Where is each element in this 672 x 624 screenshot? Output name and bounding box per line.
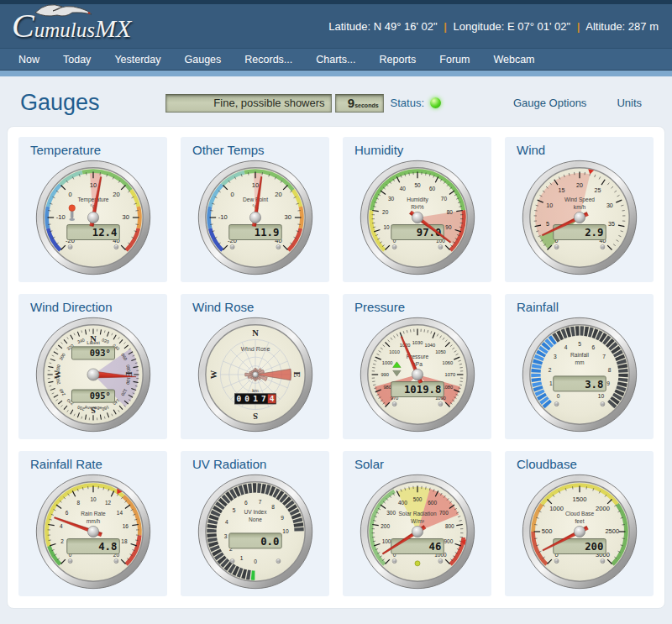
svg-text:0: 0 bbox=[68, 191, 71, 198]
svg-text:300: 300 bbox=[386, 510, 396, 516]
svg-text:7: 7 bbox=[602, 354, 606, 359]
gauge-tile-uv: UV Radiation 012345678910UV IndexNone0.0 bbox=[181, 451, 329, 596]
svg-text:800: 800 bbox=[444, 523, 454, 529]
svg-text:0.0: 0.0 bbox=[260, 536, 279, 548]
svg-text:46: 46 bbox=[428, 541, 441, 553]
svg-text:10: 10 bbox=[282, 528, 289, 534]
cloudbase-gauge[interactable]: 050010001500200025003000Cloud Basefeet20… bbox=[520, 472, 639, 591]
rainfall-rate-gauge[interactable]: 02468101214161820Rain Ratemm/h4.8 bbox=[34, 472, 153, 591]
altitude-value: 287 m bbox=[628, 20, 659, 33]
nav-item-today[interactable]: Today bbox=[51, 54, 102, 66]
solar-radiation-gauge[interactable]: 01002003004005006007008009001000Solar Ra… bbox=[358, 472, 477, 591]
separator: | bbox=[574, 20, 584, 33]
svg-text:30: 30 bbox=[284, 213, 291, 221]
svg-text:4.8: 4.8 bbox=[98, 541, 117, 553]
svg-text:9: 9 bbox=[606, 380, 610, 386]
nav-item-records[interactable]: Records... bbox=[233, 54, 304, 66]
nav-item-charts[interactable]: Charts... bbox=[304, 54, 367, 66]
svg-text:6: 6 bbox=[65, 510, 68, 516]
svg-text:1500: 1500 bbox=[572, 496, 586, 503]
svg-text:90: 90 bbox=[445, 224, 452, 230]
pressure-gauge[interactable]: 9709809901000101010201030104010501060107… bbox=[358, 315, 477, 434]
nav-item-now[interactable]: Now bbox=[7, 54, 51, 66]
svg-text:1010: 1010 bbox=[389, 349, 400, 354]
nav-item-reports[interactable]: Reports bbox=[368, 54, 428, 66]
gauge-tile-rainfall: Rainfall 012345678910Rainfallmm3.8 bbox=[505, 294, 654, 439]
altitude-label: Altitude: bbox=[585, 20, 625, 33]
svg-text:km: km bbox=[252, 388, 259, 393]
svg-text:100: 100 bbox=[381, 538, 391, 544]
gauge-options-link[interactable]: Gauge Options bbox=[513, 97, 586, 109]
gauge-tile-rainfall-rate: Rainfall Rate 02468101214161820Rain Rate… bbox=[18, 451, 167, 596]
timer-value: 9 bbox=[348, 96, 354, 110]
svg-text:15: 15 bbox=[558, 187, 564, 194]
nav-item-yesterday[interactable]: Yesterday bbox=[102, 54, 172, 66]
dew-point-gauge[interactable]: -20-10010203040Dew Point°C11.9 bbox=[196, 158, 315, 277]
page-title: Gauges bbox=[20, 90, 100, 116]
svg-text:UV Index: UV Index bbox=[244, 509, 267, 515]
svg-text:11.9: 11.9 bbox=[254, 227, 279, 239]
wind-speed-gauge[interactable]: 0510152025303540Wind Speedkm/h2.9 bbox=[520, 158, 639, 277]
svg-text:20: 20 bbox=[275, 191, 281, 198]
wind-rose-gauge[interactable]: Wind RoseNESWkm00174 bbox=[196, 315, 315, 434]
refresh-timer-lcd: 9seconds bbox=[335, 94, 384, 113]
svg-text:25: 25 bbox=[594, 187, 601, 194]
svg-text:0: 0 bbox=[236, 394, 241, 403]
svg-text:4: 4 bbox=[564, 344, 567, 350]
forecast-group: Fine, possible showers 9seconds Status: bbox=[165, 94, 441, 113]
svg-text:0: 0 bbox=[556, 393, 559, 399]
svg-text:600: 600 bbox=[428, 500, 437, 506]
svg-text:1: 1 bbox=[549, 380, 552, 386]
svg-text:3: 3 bbox=[223, 533, 227, 539]
svg-text:Average: Average bbox=[84, 405, 102, 410]
svg-text:12.4: 12.4 bbox=[92, 227, 117, 239]
svg-text:6: 6 bbox=[591, 344, 595, 350]
temperature-gauge[interactable]: -20-10010203040Temperature°C12.4 bbox=[34, 158, 153, 277]
svg-text:10: 10 bbox=[546, 202, 553, 209]
svg-text:10: 10 bbox=[383, 224, 390, 230]
svg-text:2.9: 2.9 bbox=[585, 227, 603, 239]
svg-text:Latest: Latest bbox=[87, 340, 100, 345]
latitude-value: N 49° 16' 02" bbox=[374, 20, 438, 33]
page-header: Gauges Fine, possible showers 9seconds S… bbox=[0, 76, 672, 126]
gauge-title: Wind Rose bbox=[192, 300, 324, 314]
wind-direction-gauge[interactable]: 0200400600801001201401602002202402602803… bbox=[34, 315, 153, 434]
svg-text:9: 9 bbox=[281, 515, 284, 521]
svg-text:1000: 1000 bbox=[549, 505, 564, 512]
station-location: Latitude: N 49° 16' 02" | Longitude: E 0… bbox=[328, 20, 659, 33]
svg-text:990: 990 bbox=[381, 372, 388, 377]
gauge-tile-solar: Solar 01002003004005006007008009001000So… bbox=[343, 451, 491, 596]
svg-text:None: None bbox=[249, 517, 262, 522]
latitude-label: Latitude: bbox=[328, 20, 370, 33]
uv-index-gauge[interactable]: 012345678910UV IndexNone0.0 bbox=[196, 472, 315, 591]
svg-text:40: 40 bbox=[399, 186, 406, 191]
gauge-tile-pressure: Pressure 9709809901000101010201030104010… bbox=[343, 294, 491, 439]
nav-item-webcam[interactable]: Webcam bbox=[481, 54, 546, 66]
svg-text:093°: 093° bbox=[89, 348, 110, 358]
svg-text:5: 5 bbox=[545, 221, 549, 228]
nav-item-forum[interactable]: Forum bbox=[428, 54, 481, 66]
longitude-value: E 07° 01' 02" bbox=[507, 20, 570, 33]
svg-text:1030: 1030 bbox=[412, 340, 423, 345]
svg-text:3.8: 3.8 bbox=[585, 379, 603, 391]
svg-text:200: 200 bbox=[381, 523, 390, 529]
seagull-logo-icon bbox=[34, 0, 94, 21]
gauge-title: Temperature bbox=[30, 143, 162, 157]
svg-text:7: 7 bbox=[258, 499, 261, 505]
svg-text:200: 200 bbox=[585, 541, 603, 553]
svg-text:35: 35 bbox=[608, 221, 615, 228]
status-led-icon bbox=[430, 97, 441, 108]
svg-text:700: 700 bbox=[439, 510, 449, 516]
units-link[interactable]: Units bbox=[617, 97, 642, 109]
humidity-gauge[interactable]: 0102030405060708090100HumidityRH%97.0 bbox=[358, 158, 477, 277]
svg-text:30: 30 bbox=[388, 196, 395, 202]
cumulusmx-logo[interactable]: C umulus MX bbox=[12, 9, 131, 43]
svg-text:1000: 1000 bbox=[381, 360, 392, 365]
gauges-panel: Temperature -20-10010203040Temperature°C… bbox=[7, 126, 665, 609]
svg-text:Cloud Base: Cloud Base bbox=[564, 511, 593, 517]
nav-item-gauges[interactable]: Gauges bbox=[173, 54, 234, 66]
rainfall-gauge[interactable]: 012345678910Rainfallmm3.8 bbox=[520, 315, 639, 434]
svg-text:2: 2 bbox=[548, 367, 551, 373]
svg-text:1: 1 bbox=[239, 555, 243, 561]
svg-text:Dew Point: Dew Point bbox=[242, 197, 267, 202]
